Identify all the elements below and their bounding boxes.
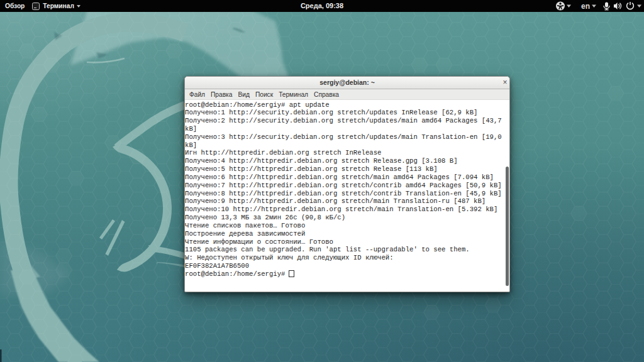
- svg-text:en: en: [581, 2, 590, 11]
